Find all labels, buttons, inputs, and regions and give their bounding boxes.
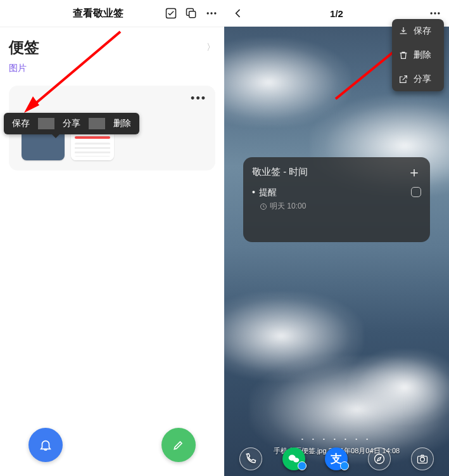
svg-point-4	[214, 12, 216, 14]
home-widget: 敬业签 - 时间 ＋ 提醒 明天 10:00	[243, 157, 430, 242]
note-subtitle[interactable]: 图片	[9, 63, 215, 74]
dock-camera[interactable]	[411, 447, 434, 470]
reminder-time-row: 明天 10:00	[252, 201, 306, 212]
dropdown-delete-label: 删除	[414, 49, 431, 61]
edit-check-icon[interactable]	[165, 7, 177, 20]
svg-point-11	[375, 454, 384, 464]
left-header-title: 查看敬业签	[73, 7, 123, 20]
dropdown-share-label: 分享	[414, 74, 431, 85]
clock-icon	[260, 203, 267, 210]
edit-fab[interactable]	[161, 428, 196, 462]
share-icon	[398, 74, 408, 84]
context-menu-pointer	[52, 134, 60, 142]
reminder-checkbox[interactable]	[411, 187, 421, 197]
note-title-row[interactable]: 便签 〉	[9, 37, 215, 58]
dropdown-menu: 保存 删除 分享	[392, 19, 444, 91]
dropdown-delete[interactable]: 删除	[392, 43, 444, 67]
context-menu-share[interactable]: 分享	[54, 118, 89, 129]
notifications-fab[interactable]	[28, 428, 63, 462]
dock-phone[interactable]	[239, 447, 262, 470]
svg-point-2	[207, 12, 209, 14]
page-dots: • • • • • • •	[224, 436, 449, 442]
dock-browser[interactable]	[368, 447, 391, 470]
right-more-icon[interactable]	[429, 7, 441, 20]
more-icon[interactable]	[205, 7, 218, 20]
reminder-time: 明天 10:00	[270, 201, 306, 212]
chevron-right-icon: 〉	[206, 42, 215, 53]
left-header: 查看敬业签	[0, 0, 224, 27]
image-counter: 1/2	[330, 8, 343, 19]
dock-alipay[interactable]: 支	[325, 447, 348, 470]
note-section: 便签 〉 图片	[0, 27, 224, 74]
dock-wechat[interactable]	[282, 447, 305, 470]
phone-icon	[244, 453, 257, 465]
camera-icon	[416, 453, 429, 465]
dropdown-save[interactable]: 保存	[392, 19, 444, 43]
context-menu-separator	[38, 118, 54, 129]
dropdown-share[interactable]: 分享	[392, 67, 444, 91]
context-menu: 保存 分享 删除	[4, 113, 139, 134]
reminder-title: 提醒	[252, 187, 306, 198]
fab-row	[0, 428, 224, 462]
back-icon[interactable]	[232, 7, 244, 20]
alipay-icon: 支	[325, 447, 348, 470]
svg-point-13	[421, 458, 425, 462]
svg-point-3	[210, 12, 212, 14]
image-viewer-panel: 1/2 保存 删除 分享 敬业签 - 时间 ＋ 提醒	[224, 0, 449, 476]
svg-rect-1	[189, 11, 196, 18]
compass-icon	[373, 453, 386, 465]
svg-point-5	[430, 12, 432, 14]
dropdown-save-label: 保存	[414, 25, 431, 37]
widget-header: 敬业签 - 时间 ＋	[252, 166, 421, 178]
context-menu-separator	[89, 118, 105, 129]
widget-title: 敬业签 - 时间	[252, 166, 308, 178]
svg-point-7	[438, 12, 440, 14]
wechat-icon	[287, 452, 301, 466]
svg-point-10	[293, 458, 299, 462]
reminder-item[interactable]: 提醒 明天 10:00	[252, 187, 421, 212]
download-icon	[398, 26, 408, 36]
attachments-more-icon[interactable]: •••	[191, 92, 206, 105]
dock: 支	[224, 442, 449, 476]
cloud-decoration	[348, 349, 449, 425]
svg-point-6	[434, 12, 436, 14]
note-title: 便签	[9, 37, 39, 58]
copy-icon[interactable]	[185, 7, 198, 20]
context-menu-delete[interactable]: 删除	[105, 118, 139, 129]
widget-add-icon[interactable]: ＋	[407, 167, 421, 178]
trash-icon	[398, 50, 408, 60]
note-viewer-panel: 查看敬业签 便签 〉 图片 ••• 保存 分享	[0, 0, 224, 476]
context-menu-save[interactable]: 保存	[4, 118, 38, 129]
